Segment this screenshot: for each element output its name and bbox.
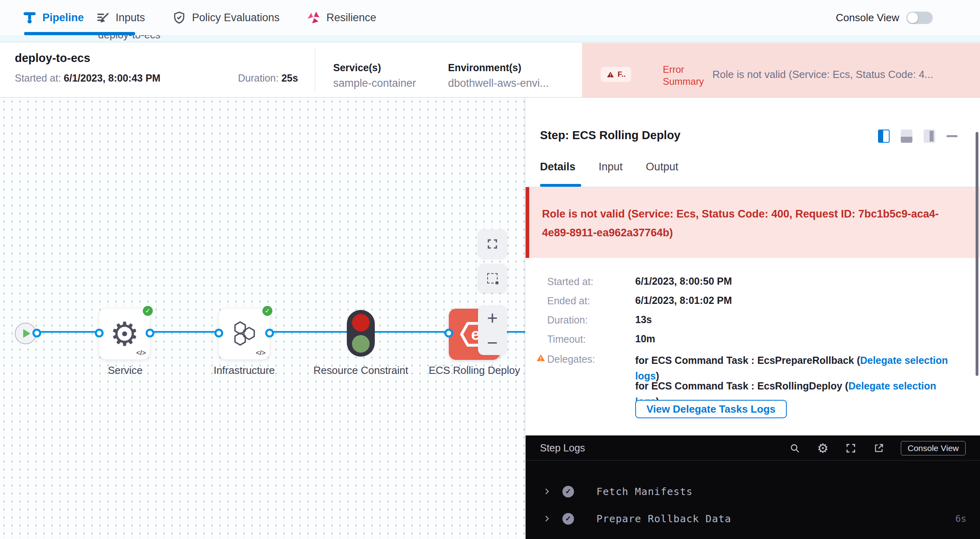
failed-warning-icon — [606, 71, 614, 78]
node-label-ecs-rolling-deploy: ECS Rolling Deploy — [426, 362, 522, 378]
console-view-toggle[interactable] — [906, 12, 933, 24]
started-at-label: Started at: — [15, 72, 61, 84]
tab-inputs[interactable]: Inputs — [96, 0, 145, 35]
step-logs-title: Step Logs — [540, 442, 585, 454]
tab-resilience[interactable]: Resilience — [306, 0, 376, 35]
step-logs-toolbar: ⚙ Console View — [789, 435, 966, 461]
environments-label: Environment(s) — [448, 62, 549, 74]
delegates-label: Delegates: — [547, 353, 595, 365]
active-tab-underline — [24, 32, 135, 35]
log-fullscreen-icon[interactable] — [845, 442, 857, 454]
panel-scrollbar[interactable] — [976, 132, 978, 376]
log-row-prepare-rollback-data[interactable]: ✓ Prepare Rollback Data 6s — [526, 511, 980, 527]
console-view-control: Console View — [836, 0, 933, 35]
log-row-label: Prepare Rollback Data — [596, 513, 731, 525]
service-gear-icon: ⚙ — [110, 318, 140, 351]
layout-bottom-view-icon[interactable] — [901, 130, 912, 143]
log-settings-gear-icon[interactable]: ⚙ — [817, 442, 829, 454]
duration-value: 25s — [281, 72, 298, 84]
edge-port[interactable] — [265, 329, 274, 337]
started-at: Started at: 6/1/2023, 8:00:43 PM — [15, 72, 160, 84]
traffic-light-red — [352, 314, 370, 331]
tab-details[interactable]: Details — [540, 161, 576, 184]
detail-row-ended: Ended at: — [547, 295, 590, 307]
step-panel-title: Step: ECS Rolling Deploy — [540, 129, 680, 142]
edge-port[interactable] — [32, 329, 41, 337]
node-resource-constraint[interactable] — [347, 310, 375, 357]
environments-value[interactable]: dbothwell-aws-envi... — [448, 77, 549, 90]
resilience-icon — [306, 10, 321, 25]
edge-port[interactable] — [146, 329, 154, 337]
infrastructure-hexagons-icon — [231, 320, 258, 349]
chevron-right-icon[interactable] — [542, 487, 551, 496]
logs-console-view-button[interactable]: Console View — [901, 441, 966, 455]
console-view-label: Console View — [836, 12, 899, 24]
pipeline-name: deploy-to-ecs — [15, 52, 90, 65]
status-badge: F.. — [601, 67, 631, 82]
detail-row-timeout: Timeout: — [547, 333, 586, 345]
timeout-label: Timeout: — [547, 333, 586, 345]
environments-block: Environment(s) dbothwell-aws-envi... — [448, 62, 549, 90]
layout-split-view-icon[interactable] — [878, 130, 890, 143]
play-icon — [23, 329, 30, 338]
step-error-message: Role is not valid (Service: Ecs, Status … — [542, 205, 964, 242]
execution-header: deploy-to-ecs Started at: 6/1/2023, 8:00… — [0, 43, 980, 98]
tab-input[interactable]: Input — [599, 161, 623, 184]
error-summary-strip: F.. Error Summary Role is not valid (Ser… — [582, 43, 980, 97]
view-delegate-tasks-logs-button[interactable]: View Delegate Tasks Logs — [635, 400, 787, 418]
open-external-icon[interactable] — [873, 442, 885, 454]
layout-right-view-icon[interactable] — [924, 130, 935, 143]
delegate-task-text: for ECS Command Task : EcsPrepareRollbac… — [635, 355, 860, 366]
success-badge-icon: ✓ — [262, 305, 273, 317]
step-logs-header: Step Logs ⚙ Console View — [526, 435, 980, 461]
canvas-marquee-select-button[interactable] — [478, 264, 507, 293]
edge-port[interactable] — [95, 329, 104, 337]
canvas-fullscreen-button[interactable] — [478, 230, 507, 258]
panel-layout-controls — [878, 130, 958, 143]
search-icon[interactable] — [789, 442, 801, 454]
tab-label: Pipeline — [42, 12, 84, 24]
chevron-right-icon[interactable] — [542, 514, 551, 523]
node-label-service: Service — [87, 362, 163, 378]
scrolled-pipeline-name: deploy-to-ecs — [98, 35, 160, 41]
success-badge-icon: ✓ — [142, 305, 154, 317]
policy-shield-icon — [172, 10, 186, 25]
tab-output[interactable]: Output — [646, 161, 678, 184]
code-glyph: </> — [136, 349, 146, 357]
step-logs-panel: Step Logs ⚙ Console View ✓ Fetch Manifes… — [526, 435, 980, 539]
timeout-value: 10m — [635, 333, 655, 345]
ended-at-value: 6/1/2023, 8:01:02 PM — [635, 295, 732, 306]
marquee-select-icon — [487, 273, 498, 283]
detail-row-duration: Duration: — [547, 314, 588, 326]
ended-at-label: Ended at: — [547, 295, 590, 306]
tab-label: Inputs — [116, 12, 145, 24]
zoom-out-button[interactable]: − — [478, 330, 507, 355]
tab-pipeline[interactable]: Pipeline — [22, 0, 84, 35]
pipeline-canvas[interactable]: ⚙ ✓ </> Service ✓ </> Infrastructure Res… — [0, 98, 525, 539]
log-row-fetch-manifests[interactable]: ✓ Fetch Manifests — [526, 483, 980, 499]
log-success-icon: ✓ — [562, 486, 574, 497]
delegate-task-text: for ECS Command Task : EcsRollingDeploy … — [635, 380, 848, 391]
step-panel-tabs: Details Input Output — [540, 161, 678, 184]
node-infrastructure[interactable]: ✓ </> — [219, 309, 270, 359]
zoom-in-button[interactable]: + — [478, 305, 507, 330]
code-glyph: </> — [256, 349, 266, 357]
log-success-icon: ✓ — [562, 513, 574, 525]
started-at-value: 6/1/2023, 8:00:50 PM — [635, 275, 732, 287]
log-row-duration: 6s — [955, 513, 966, 524]
services-value[interactable]: sample-container — [333, 77, 416, 90]
toggle-knob — [907, 12, 918, 23]
top-nav: Pipeline Inputs Policy Evaluations Resil… — [0, 0, 980, 35]
active-tab-underline — [540, 184, 581, 187]
edge-port[interactable] — [444, 329, 453, 337]
edge-port[interactable] — [214, 329, 223, 337]
duration: Duration: 25s — [238, 72, 298, 84]
duration-label: Duration: — [547, 314, 588, 325]
canvas-zoom-panel: + − — [478, 305, 507, 355]
minimize-panel-icon[interactable] — [946, 135, 958, 137]
tab-label: Policy Evaluations — [192, 12, 280, 24]
started-at-label: Started at: — [547, 276, 593, 287]
started-at-value: 6/1/2023, 8:00:43 PM — [64, 72, 160, 84]
node-service[interactable]: ⚙ ✓ </> — [99, 309, 150, 359]
tab-policy-evaluations[interactable]: Policy Evaluations — [172, 0, 280, 35]
